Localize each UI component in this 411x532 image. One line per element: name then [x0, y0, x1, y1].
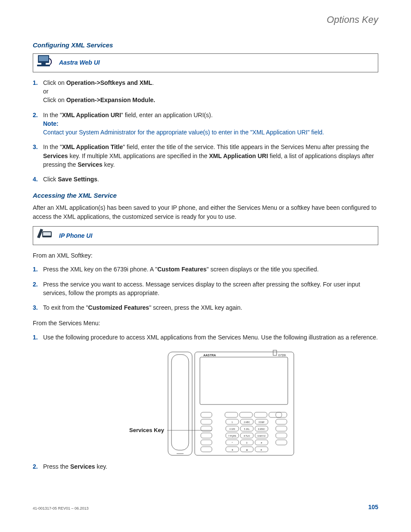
t: key.	[103, 161, 115, 168]
t: Use the following procedure to access XM…	[43, 334, 378, 341]
svg-text:5 JKL: 5 JKL	[244, 428, 250, 430]
svg-text:*: *	[232, 442, 233, 444]
svg-text:8 TUV: 8 TUV	[244, 435, 250, 437]
svg-text:4 GHI: 4 GHI	[229, 428, 235, 430]
svg-rect-3	[37, 65, 50, 66]
note-label: Note:	[43, 120, 59, 127]
t: " field, enter the title of the service.…	[123, 143, 369, 150]
step-num: 2.	[33, 280, 38, 289]
t: XML Application Title	[62, 143, 123, 150]
svg-text:■: ■	[246, 448, 247, 451]
services-key-callout: Services Key	[129, 427, 165, 433]
svg-rect-16	[201, 440, 212, 445]
svg-text:0: 0	[246, 442, 248, 444]
svg-rect-22	[276, 440, 287, 445]
phone-icon	[34, 225, 54, 246]
web-ui-steps: 1. Click on Operation->Softkeys and XML.…	[33, 78, 378, 184]
t: Click on	[43, 79, 66, 86]
step: 1. Press the XML key on the 6739i phone.…	[33, 265, 378, 274]
svg-rect-2	[41, 63, 46, 65]
step: 1. Click on Operation->Softkeys and XML.…	[33, 78, 378, 105]
model-label: 6739i	[278, 354, 286, 357]
services-menu-steps-cont: 2. Press the Services key.	[33, 462, 378, 471]
t: or	[43, 88, 48, 95]
step: 4. Click Save Settings.	[33, 175, 378, 184]
svg-rect-17	[201, 447, 212, 452]
svg-rect-7	[171, 355, 189, 450]
step-num: 4.	[33, 175, 38, 184]
brand-label: AASTRA	[203, 354, 216, 357]
svg-rect-26	[269, 412, 282, 417]
t: Services	[78, 161, 103, 168]
svg-rect-12	[201, 412, 212, 417]
t: Click	[43, 176, 58, 183]
t: XML Application URI	[209, 152, 268, 159]
svg-text:3 DEF: 3 DEF	[258, 421, 265, 423]
svg-rect-25	[254, 412, 267, 417]
svg-rect-10	[200, 357, 288, 404]
heading-accessing-xml: Accessing the XML Service	[33, 191, 378, 200]
svg-rect-1	[39, 56, 48, 61]
phone-illustration: AASTRA 6739i 12 ABC3 DEF4 GHI5 JKL6 MNO7…	[104, 348, 307, 460]
svg-rect-24	[240, 412, 252, 417]
t: Services	[70, 463, 95, 470]
svg-text:9 WXYZ: 9 WXYZ	[258, 435, 266, 437]
doc-id: 41-001317-05 REV01 – 06.2013	[33, 506, 89, 511]
softkey-steps: 1. Press the XML key on the 6739i phone.…	[33, 265, 378, 312]
t: XML Application URI	[62, 112, 121, 118]
step-num: 2.	[33, 111, 38, 119]
t: .	[97, 176, 99, 183]
page-footer: 41-001317-05 REV01 – 06.2013 105	[33, 503, 378, 511]
svg-rect-13	[201, 419, 212, 424]
services-menu-steps: 1. Use the following procedure to access…	[33, 333, 378, 342]
lead-softkey: From an XML Softkey:	[33, 251, 378, 260]
svg-rect-20	[276, 426, 287, 431]
svg-rect-15	[201, 433, 212, 438]
t: Save Settings	[58, 176, 97, 183]
callout-phone-ui: IP Phone UI	[33, 226, 378, 245]
t: Press the	[43, 463, 70, 470]
svg-rect-21	[276, 433, 287, 438]
svg-text:►: ►	[261, 448, 263, 451]
running-header: Options Key	[33, 13, 378, 27]
monitor-icon	[34, 53, 54, 74]
svg-rect-11	[273, 350, 277, 355]
t: In the "	[43, 143, 62, 150]
t: Customized Features	[88, 304, 149, 311]
note-body: Contact your System Administrator for th…	[43, 129, 324, 136]
t: " screen displays or the title you speci…	[207, 266, 319, 273]
svg-text:2 ABC: 2 ABC	[244, 421, 250, 423]
t: key. If multiple XML applications are sp…	[68, 152, 209, 159]
t: To exit from the "	[43, 304, 88, 311]
t: .	[152, 79, 154, 86]
t: Click on	[43, 96, 66, 103]
step-num: 1.	[33, 265, 38, 274]
intro-paragraph: After an XML application(s) has been sav…	[33, 203, 378, 221]
step-num: 3.	[33, 143, 38, 151]
svg-text:◄: ◄	[231, 448, 234, 451]
step: 2. In the "XML Application URI" field, e…	[33, 111, 378, 137]
callout-phone-ui-title: IP Phone UI	[59, 231, 92, 240]
callout-web-ui-title: Aastra Web UI	[59, 58, 100, 67]
step-num: 2.	[33, 462, 38, 471]
heading-configuring-xml: Configuring XML Services	[33, 40, 378, 50]
t: Press the service you want to access. Me…	[43, 281, 360, 296]
svg-rect-23	[225, 412, 238, 417]
t: Custom Features	[157, 266, 206, 273]
step-num: 1.	[33, 333, 38, 342]
t: Operation->Softkeys and XML	[66, 79, 153, 86]
svg-text:7 PQRS: 7 PQRS	[228, 435, 237, 437]
step: 2. Press the Services key.	[33, 462, 378, 471]
svg-rect-19	[276, 419, 287, 424]
svg-text:1: 1	[232, 421, 233, 423]
t: " field, enter an application URI(s).	[121, 112, 213, 118]
step-num: 3.	[33, 303, 38, 312]
t: Services	[43, 152, 68, 159]
step: 1. Use the following procedure to access…	[33, 333, 378, 342]
step-num: 1.	[33, 78, 38, 87]
t: " screen, press the XML key again.	[149, 304, 242, 311]
svg-rect-5	[43, 232, 51, 236]
step: 3. To exit from the "Customized Features…	[33, 303, 378, 312]
svg-text:#: #	[261, 442, 262, 444]
t: key.	[95, 463, 108, 470]
